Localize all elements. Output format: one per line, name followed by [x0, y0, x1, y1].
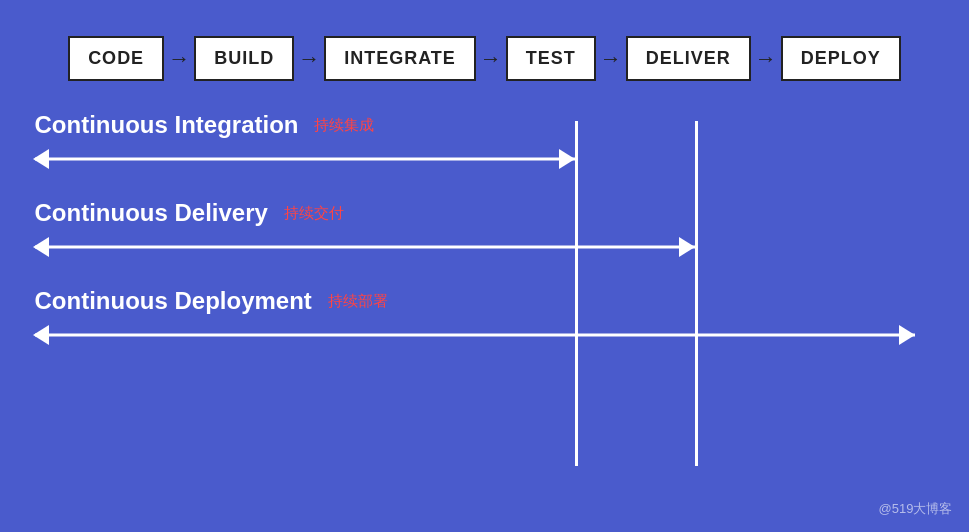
- pipeline-step-deliver: DELIVER: [626, 36, 751, 81]
- cd-subtitle: 持续交付: [284, 204, 344, 223]
- pipeline-step-integrate: INTEGRATE: [324, 36, 476, 81]
- cdeploy-section: Continuous Deployment 持续部署: [35, 287, 935, 347]
- pipeline-step-deploy: DEPLOY: [781, 36, 901, 81]
- ci-arrow-line: [35, 147, 935, 171]
- arrow-1: →: [168, 48, 190, 70]
- ci-title: Continuous Integration: [35, 111, 299, 139]
- ci-right-arrow: [559, 149, 575, 169]
- cdeploy-right-arrow: [899, 325, 915, 345]
- cdeploy-arrow-line: [35, 323, 935, 347]
- cd-section: Continuous Delivery 持续交付: [35, 199, 935, 259]
- arrow-5: →: [755, 48, 777, 70]
- vline-deliver: [695, 121, 698, 466]
- cd-arrow-line: [35, 235, 935, 259]
- pipeline-step-test: TEST: [506, 36, 596, 81]
- arrow-4: →: [600, 48, 622, 70]
- pipeline-step-build: BUILD: [194, 36, 294, 81]
- ci-section: Continuous Integration 持续集成: [35, 111, 935, 171]
- cd-title: Continuous Delivery: [35, 199, 268, 227]
- cdeploy-subtitle: 持续部署: [328, 292, 388, 311]
- cd-right-arrow: [679, 237, 695, 257]
- cdeploy-title: Continuous Deployment: [35, 287, 312, 315]
- pipeline-step-code: CODE: [68, 36, 164, 81]
- arrow-3: →: [480, 48, 502, 70]
- watermark: @519大博客: [879, 500, 953, 518]
- pipeline-row: CODE → BUILD → INTEGRATE → TEST → DELIVE…: [35, 26, 935, 81]
- ci-subtitle: 持续集成: [314, 116, 374, 135]
- vline-test: [575, 121, 578, 466]
- main-container: CODE → BUILD → INTEGRATE → TEST → DELIVE…: [5, 6, 965, 526]
- arrow-2: →: [298, 48, 320, 70]
